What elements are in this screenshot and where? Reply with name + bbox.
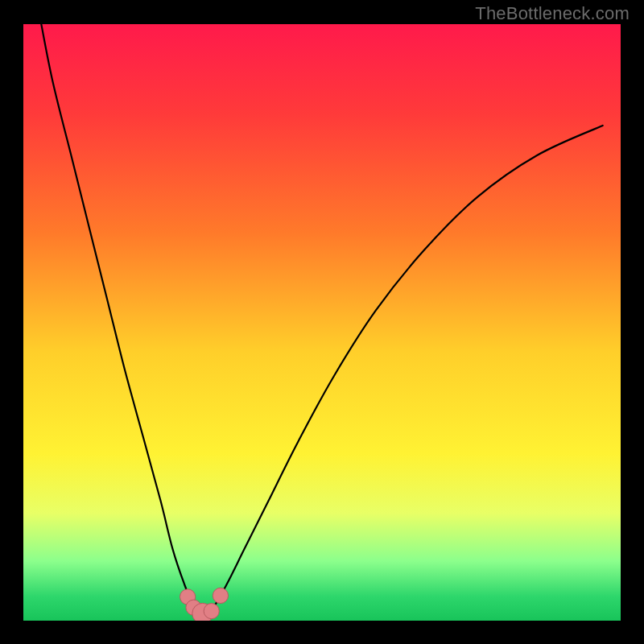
marker-group — [180, 588, 229, 621]
plot-area — [23, 24, 621, 621]
data-marker — [204, 604, 219, 619]
watermark-text: TheBottleneck.com — [475, 3, 630, 24]
bottleneck-curve — [41, 24, 602, 614]
chart-frame: TheBottleneck.com — [0, 0, 644, 644]
data-marker — [213, 588, 228, 603]
curve-layer — [23, 24, 621, 621]
